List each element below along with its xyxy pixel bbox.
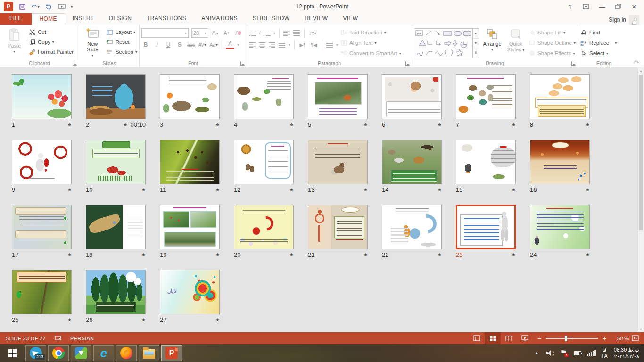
- bold-button[interactable]: B: [141, 41, 150, 49]
- justify-icon[interactable]: [279, 42, 286, 48]
- slide-thumbnail-12[interactable]: [234, 140, 294, 184]
- powerpoint-app-icon[interactable]: P: [4, 2, 13, 11]
- taskbar-idm-button[interactable]: [71, 345, 91, 361]
- user-avatar-icon[interactable]: [629, 15, 639, 25]
- slide-thumbnail-26[interactable]: [86, 270, 146, 314]
- slide-thumbnail-8[interactable]: [530, 74, 590, 119]
- shape-fill-button[interactable]: Shape Fill▾: [528, 28, 576, 37]
- scroll-down-arrow[interactable]: ▼: [638, 326, 644, 332]
- slide-thumbnail-21[interactable]: [308, 205, 368, 249]
- shapes-gallery[interactable]: A≡: [414, 28, 479, 58]
- numbering-icon[interactable]: [264, 30, 271, 36]
- ribbon-tab-review[interactable]: REVIEW: [297, 13, 335, 25]
- tray-expand-icon[interactable]: [533, 349, 540, 357]
- language-status[interactable]: PERSIAN: [70, 336, 94, 341]
- arrange-button[interactable]: Arrange▾: [481, 26, 504, 59]
- taskbar-internet-explorer-button[interactable]: e: [93, 345, 114, 361]
- slide-thumbnail-23[interactable]: [456, 205, 516, 249]
- spell-check-icon[interactable]: [54, 335, 62, 342]
- align-center-icon[interactable]: [259, 42, 266, 48]
- ribbon-tab-file[interactable]: FILE: [0, 13, 32, 25]
- copy-button[interactable]: Copy▾: [28, 38, 74, 46]
- paste-button[interactable]: Paste▾: [2, 26, 26, 59]
- zoom-slider[interactable]: [546, 338, 598, 339]
- slide-thumbnail-13[interactable]: [308, 140, 368, 184]
- ribbon-display-options-button[interactable]: [579, 1, 593, 12]
- volume-icon[interactable]: [546, 349, 554, 357]
- align-right-icon[interactable]: [269, 42, 276, 48]
- clear-formatting-button[interactable]: A: [234, 29, 242, 37]
- scroll-up-arrow[interactable]: ▲: [638, 67, 644, 74]
- font-color-button[interactable]: A: [226, 41, 234, 49]
- line-spacing-button[interactable]: ↕≡▾: [308, 29, 317, 37]
- shape-outline-button[interactable]: Shape Outline▾: [528, 39, 576, 47]
- help-button[interactable]: ?: [563, 1, 577, 12]
- start-button[interactable]: [0, 344, 25, 362]
- vertical-scrollbar[interactable]: ▲ ▼: [637, 67, 644, 332]
- save-icon[interactable]: [18, 2, 26, 11]
- taskbar-clock[interactable]: ب.ظ 08:30 ۲۰۲۱/۱۲/۰۸: [614, 346, 639, 360]
- font-name-combobox[interactable]: ▾: [141, 28, 189, 38]
- slide-thumbnail-14[interactable]: [382, 140, 442, 184]
- reading-view-button[interactable]: [501, 332, 517, 344]
- columns-icon[interactable]: [326, 42, 333, 48]
- new-slide-button[interactable]: New Slide▾: [81, 26, 104, 59]
- fit-slide-to-window-button[interactable]: [629, 332, 641, 344]
- slide-sorter-view-button[interactable]: [485, 332, 501, 344]
- slide-thumbnail-16[interactable]: [530, 140, 590, 184]
- close-button[interactable]: ✕: [627, 1, 641, 12]
- align-left-icon[interactable]: [249, 42, 256, 48]
- zoom-slider-thumb[interactable]: [565, 336, 567, 341]
- change-case-button[interactable]: Aa▾: [209, 41, 218, 49]
- minimize-button[interactable]: —: [595, 1, 609, 12]
- find-button[interactable]: Find: [580, 28, 617, 37]
- slide-thumbnail-5[interactable]: [308, 74, 368, 119]
- slide-thumbnail-6[interactable]: [382, 74, 442, 119]
- character-spacing-button[interactable]: AV▾: [198, 41, 206, 49]
- font-size-combobox[interactable]: 28▾: [191, 28, 208, 38]
- taskbar-powerpoint-button[interactable]: P: [161, 345, 182, 361]
- slide-thumbnail-4[interactable]: [234, 74, 294, 119]
- slide-thumbnail-7[interactable]: [456, 74, 516, 119]
- decrease-indent-icon[interactable]: [283, 30, 290, 36]
- italic-button[interactable]: I: [153, 41, 161, 49]
- clipboard-dialog-launcher[interactable]: [73, 61, 77, 66]
- align-text-button[interactable]: Align Text▾: [340, 39, 401, 47]
- taskbar-file-explorer-button[interactable]: [139, 345, 159, 361]
- action-center-flag-icon[interactable]: [560, 349, 568, 357]
- convert-to-smartart-button[interactable]: Convert to SmartArt▾: [340, 49, 401, 58]
- slide-thumbnail-15[interactable]: [456, 140, 516, 184]
- ribbon-tab-design[interactable]: DESIGN: [101, 13, 139, 25]
- ribbon-tab-insert[interactable]: INSERT: [65, 13, 102, 25]
- increase-indent-icon[interactable]: [293, 30, 300, 36]
- ribbon-tab-animations[interactable]: ANIMATIONS: [194, 13, 245, 25]
- replace-button[interactable]: abac Replace▾: [580, 39, 617, 47]
- layout-button[interactable]: Layout▾: [106, 28, 137, 36]
- zoom-in-button[interactable]: +: [602, 335, 607, 342]
- slide-thumbnail-18[interactable]: [86, 205, 146, 249]
- scrollbar-thumb[interactable]: [639, 75, 643, 230]
- slide-thumbnail-1[interactable]: [12, 74, 72, 119]
- ribbon-tab-slide-show[interactable]: SLIDE SHOW: [245, 13, 297, 25]
- slide-thumbnail-17[interactable]: [12, 205, 72, 249]
- right-to-left-icon[interactable]: ¶◀: [310, 41, 318, 49]
- ribbon-tab-transitions[interactable]: TRANSITIONS: [139, 13, 194, 25]
- font-dialog-launcher[interactable]: [240, 61, 245, 66]
- taskbar-chrome-button[interactable]: [48, 345, 69, 361]
- slide-thumbnail-11[interactable]: [160, 140, 220, 184]
- select-button[interactable]: Select▾: [580, 49, 617, 58]
- slide-thumbnail-25[interactable]: [12, 270, 72, 314]
- slide-thumbnail-3[interactable]: [160, 74, 220, 119]
- collapse-ribbon-button[interactable]: [633, 58, 639, 65]
- paragraph-dialog-launcher[interactable]: [405, 61, 410, 66]
- taskbar-telegram-button[interactable]: 213: [25, 345, 46, 361]
- ribbon-tab-view[interactable]: VIEW: [335, 13, 365, 25]
- undo-icon[interactable]: ▾: [31, 2, 40, 11]
- shapes-gallery-scroll[interactable]: ▲▼⊻: [472, 29, 479, 58]
- sign-in-link[interactable]: Sign in: [609, 16, 626, 23]
- slide-thumbnail-22[interactable]: [382, 205, 442, 249]
- slide-thumbnail-20[interactable]: [234, 205, 294, 249]
- text-shadow-button[interactable]: S: [175, 41, 184, 49]
- reset-button[interactable]: Reset: [106, 38, 137, 46]
- slide-thumbnail-24[interactable]: [530, 205, 590, 249]
